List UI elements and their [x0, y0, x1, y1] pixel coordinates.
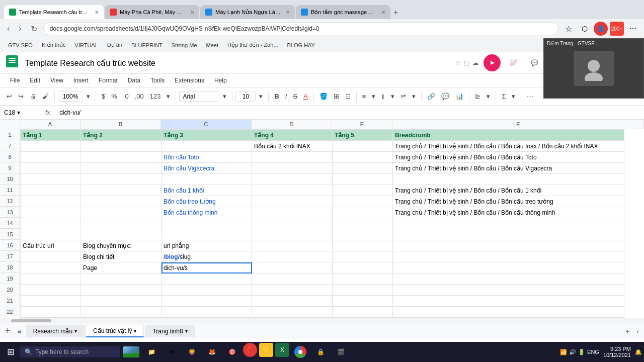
cell-a17[interactable]	[21, 251, 81, 262]
back-button[interactable]: ‹	[4, 22, 13, 35]
account-circle-icon[interactable]: 👤	[594, 22, 608, 36]
cell-d20[interactable]	[252, 285, 333, 296]
cell-c7[interactable]	[162, 141, 252, 152]
cell-c15[interactable]	[162, 229, 252, 240]
tab-research-mau[interactable]: Research mẫu ▾	[26, 325, 85, 337]
tab-close-1[interactable]: ✕	[95, 10, 99, 15]
col-header-f[interactable]: F	[392, 120, 644, 129]
network-icon[interactable]: 📶	[560, 349, 567, 355]
cell-f20[interactable]	[393, 285, 624, 296]
cell-c9[interactable]: Bồn cầu Vigacecra	[162, 163, 252, 174]
cell-f11[interactable]: Trang chủ / Thiết bị vệ sinh / Bồn cầu /…	[393, 185, 624, 196]
cell-c8[interactable]: Bồn cầu Toto	[162, 152, 252, 163]
borders-button[interactable]: ⊞	[331, 91, 342, 102]
sheet-nav-add[interactable]: +	[622, 326, 632, 336]
cell-f16[interactable]	[393, 240, 624, 251]
address-bar[interactable]: docs.google.com/spreadsheets/d/1iIj4J0Gq…	[43, 22, 558, 35]
cell-c22[interactable]	[162, 307, 252, 318]
sum-button[interactable]: Σ	[499, 91, 508, 102]
tab-cau-truc-vat-ly-dropdown[interactable]: ▾	[134, 328, 136, 334]
cell-f10[interactable]	[393, 174, 624, 185]
start-button[interactable]: ⊞	[2, 344, 20, 359]
sheet-menu-button[interactable]: ≡	[15, 326, 25, 336]
cell-d19[interactable]	[252, 274, 333, 285]
tab-1[interactable]: Template Research câu trúc web... ✕	[4, 5, 104, 19]
bookmark-bloghay[interactable]: BLOG HAY	[283, 41, 319, 49]
menu-edit[interactable]: Edit	[26, 75, 44, 86]
cell-c18[interactable]: dich-vu/s	[162, 262, 252, 274]
cell-b7[interactable]	[81, 141, 162, 152]
move-icon[interactable]: ⬚	[464, 59, 469, 66]
cell-b19[interactable]	[81, 274, 162, 285]
row-num-17[interactable]: 17	[0, 251, 20, 262]
cell-d14[interactable]	[252, 218, 333, 229]
paint-format-button[interactable]: 🖌	[40, 91, 51, 102]
row-num-13[interactable]: 13	[0, 207, 20, 218]
cell-e10[interactable]	[333, 174, 393, 185]
menu-help[interactable]: Help	[210, 75, 231, 86]
cloud-icon[interactable]: ☁	[472, 59, 478, 66]
cell-b21[interactable]	[81, 296, 162, 307]
wrap-dropdown[interactable]: ▾	[410, 91, 418, 102]
cell-c13[interactable]: Bồn cầu thông minh	[162, 207, 252, 218]
volume-icon[interactable]: 🔊	[569, 349, 576, 355]
menu-file[interactable]: File	[6, 75, 24, 86]
format-decimal-less[interactable]: .0	[121, 91, 131, 102]
cell-f14[interactable]	[393, 218, 624, 229]
cell-f19[interactable]	[393, 274, 624, 285]
cell-a1[interactable]: Tầng 1	[21, 130, 81, 141]
row-num-18[interactable]: 18	[0, 262, 20, 273]
cell-b12[interactable]	[81, 196, 162, 207]
taskbar-excel[interactable]: X	[275, 343, 289, 357]
format-money[interactable]: $	[99, 91, 108, 102]
cell-c21[interactable]	[162, 296, 252, 307]
cell-b1[interactable]: Tầng 2	[81, 130, 162, 141]
col-header-a[interactable]: A	[20, 120, 80, 129]
cell-ref-dropdown[interactable]: ▾	[17, 109, 20, 116]
row-num-22[interactable]: 22	[0, 306, 20, 317]
cell-a8[interactable]	[21, 152, 81, 163]
cell-c10[interactable]	[162, 174, 252, 185]
cell-f15[interactable]	[393, 229, 624, 240]
cell-b8[interactable]	[81, 152, 162, 163]
col-header-c[interactable]: C	[161, 120, 252, 129]
taskbar-lock[interactable]: 🔒	[311, 343, 330, 361]
tab-trang-tinh8-dropdown[interactable]: ▾	[185, 328, 188, 334]
taskbar-firefox[interactable]: 🦊	[203, 343, 221, 361]
taskbar-video[interactable]: 🎬	[332, 343, 350, 361]
menu-data[interactable]: Data	[124, 75, 144, 86]
row-num-1[interactable]: 1	[0, 129, 20, 140]
cell-c20[interactable]	[162, 285, 252, 296]
cell-b16[interactable]: Blog chuyên mục:	[81, 240, 162, 251]
taskbar-wallpaper-icon[interactable]	[122, 343, 140, 361]
format-number[interactable]: 123	[147, 91, 164, 102]
cell-d7[interactable]: Bồn cầu 2 khối INAX	[252, 141, 333, 152]
cell-d13[interactable]	[252, 207, 333, 218]
menu-view[interactable]: View	[46, 75, 67, 86]
cell-b18[interactable]: Page	[81, 262, 162, 274]
halign-button[interactable]: ≡	[360, 91, 369, 102]
language-indicator[interactable]: ENG	[587, 349, 599, 355]
bookmark-kienthuc[interactable]: Kiến thức	[38, 41, 70, 49]
menu-format[interactable]: Format	[95, 75, 122, 86]
row-num-21[interactable]: 21	[0, 295, 20, 306]
cell-a12[interactable]	[21, 196, 81, 207]
cell-d15[interactable]	[252, 229, 333, 240]
battery-icon[interactable]: 🔋	[578, 349, 585, 355]
row-num-9[interactable]: 9	[0, 162, 20, 173]
tab-trang-tinh8[interactable]: Trang tinh8 ▾	[145, 325, 195, 337]
row-num-8[interactable]: 8	[0, 151, 20, 162]
zoom-dropdown[interactable]: ▾	[84, 91, 93, 102]
cell-e1[interactable]: Tầng 5	[333, 130, 393, 141]
tab-4[interactable]: Bồn tắm góc massage cao cấp, ... ✕	[296, 5, 390, 19]
cell-c14[interactable]	[162, 218, 252, 229]
cell-f1[interactable]: Breadcrumb	[393, 130, 624, 141]
row-num-12[interactable]: 12	[0, 196, 20, 207]
row-num-20[interactable]: 20	[0, 284, 20, 295]
chart-icon[interactable]: 📈	[505, 54, 522, 71]
cell-e7[interactable]	[333, 141, 393, 152]
bookmark-hopthuden[interactable]: Hộp thư đến - Zoh...	[223, 41, 282, 49]
tab-close-4[interactable]: ✕	[381, 10, 385, 15]
cell-e15[interactable]	[333, 229, 393, 240]
valign-dropdown[interactable]: ▾	[388, 91, 397, 102]
